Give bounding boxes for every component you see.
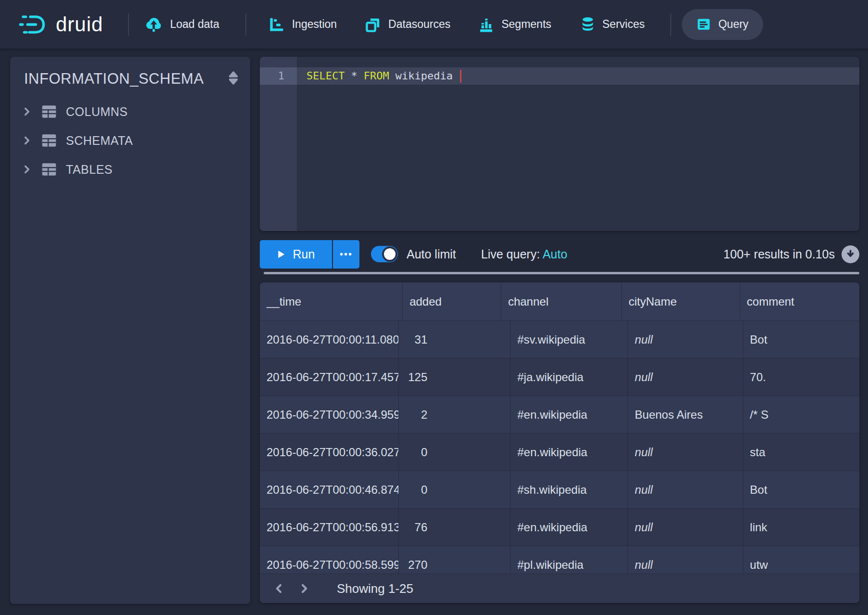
table-cell[interactable]: 125 bbox=[399, 359, 511, 396]
tree-item-label: COLUMNS bbox=[66, 105, 128, 119]
column-header-comment[interactable]: comment bbox=[740, 282, 859, 320]
table-cell[interactable]: null bbox=[628, 471, 743, 509]
nav-item-label: Datasources bbox=[388, 18, 450, 31]
more-dots-icon: ••• bbox=[340, 249, 353, 260]
tree-item-tables[interactable]: TABLES bbox=[10, 155, 250, 184]
table-cell[interactable]: link bbox=[743, 509, 859, 546]
chevron-right-icon[interactable] bbox=[22, 106, 32, 117]
table-row: 2016-06-27T00:00:56.913Z76#en.wikipedian… bbox=[260, 509, 859, 546]
live-query-label[interactable]: Live query: Auto bbox=[481, 247, 567, 261]
table-cell[interactable]: 70. bbox=[743, 359, 859, 396]
table-cell[interactable]: 2 bbox=[399, 396, 511, 434]
cloud-upload-icon bbox=[145, 16, 163, 32]
column-header-time[interactable]: __time bbox=[260, 282, 403, 320]
auto-limit-toggle[interactable] bbox=[371, 246, 398, 262]
table-cell[interactable]: null bbox=[628, 434, 743, 471]
live-query-value[interactable]: Auto bbox=[543, 247, 567, 261]
next-page-button[interactable] bbox=[294, 579, 314, 598]
double-caret-vertical-icon[interactable] bbox=[227, 70, 240, 86]
table-cell[interactable]: null bbox=[628, 321, 743, 359]
play-icon bbox=[277, 250, 285, 259]
table-cell[interactable]: #ja.wikipedia bbox=[511, 359, 628, 396]
table-cell[interactable]: Buenos Aires bbox=[628, 396, 743, 434]
table-icon bbox=[41, 104, 57, 119]
chevron-right-icon[interactable] bbox=[22, 164, 32, 175]
sql-keyword: SELECT bbox=[306, 67, 345, 85]
column-header-added[interactable]: added bbox=[403, 282, 501, 320]
query-toolbar: Run ••• Auto limit Live query: Auto 100+… bbox=[260, 240, 859, 269]
nav-item-query[interactable]: Query bbox=[682, 9, 763, 40]
table-cell[interactable]: 2016-06-27T00:00:36.027Z bbox=[260, 434, 399, 471]
druid-logo-icon bbox=[18, 13, 50, 36]
table-cell[interactable]: 2016-06-27T00:00:56.913Z bbox=[260, 509, 399, 546]
console-icon bbox=[696, 17, 711, 32]
column-header-channel[interactable]: channel bbox=[501, 282, 622, 320]
nav-item-label: Services bbox=[602, 18, 645, 31]
pagination-footer: Showing 1-25 bbox=[260, 574, 859, 603]
tree-item-columns[interactable]: COLUMNS bbox=[10, 97, 250, 126]
nav-item-label: Load data bbox=[170, 18, 219, 31]
table-cell[interactable]: 2016-06-27T00:00:11.080Z bbox=[260, 321, 399, 359]
table-cell[interactable]: 2016-06-27T00:00:46.874Z bbox=[260, 471, 399, 509]
database-icon bbox=[580, 16, 595, 33]
druid-logo[interactable]: druid bbox=[18, 13, 103, 36]
previous-page-button[interactable] bbox=[269, 579, 289, 598]
table-cell[interactable]: #sv.wikipedia bbox=[511, 321, 628, 359]
table-cell[interactable]: /* S bbox=[743, 396, 859, 434]
chevron-right-icon[interactable] bbox=[22, 135, 32, 146]
sql-query-text[interactable]: SELECT*FROMwikipedia bbox=[306, 67, 461, 85]
sql-editor[interactable]: 1 SELECT*FROMwikipedia bbox=[260, 57, 859, 231]
table-cell[interactable]: 2016-06-27T00:00:34.959Z bbox=[260, 396, 399, 434]
table-icon bbox=[41, 162, 57, 177]
nav-item-label: Segments bbox=[501, 18, 551, 31]
table-cell[interactable]: #en.wikipedia bbox=[511, 434, 628, 471]
table-row: 2016-06-27T00:00:36.027Z0#en.wikipedianu… bbox=[260, 434, 859, 471]
table-cell[interactable]: #en.wikipedia bbox=[511, 509, 628, 546]
auto-limit-label: Auto limit bbox=[407, 247, 456, 261]
schema-sidebar: INFORMATION_SCHEMA COLUMNS bbox=[10, 57, 250, 604]
table-row: 2016-06-27T00:00:11.080Z31#sv.wikipedian… bbox=[260, 321, 859, 359]
nav-divider bbox=[128, 13, 129, 36]
nav-item-ingestion[interactable]: Ingestion bbox=[268, 16, 337, 33]
table-header-row: __time added channel cityName comment bbox=[260, 282, 859, 321]
nav-item-datasources[interactable]: Datasources bbox=[365, 16, 450, 33]
nav-item-services[interactable]: Services bbox=[580, 16, 645, 33]
table-cell[interactable]: 76 bbox=[399, 509, 511, 546]
schema-title: INFORMATION_SCHEMA bbox=[24, 70, 204, 88]
showing-range-label: Showing 1-25 bbox=[337, 581, 413, 596]
query-progress-bar bbox=[264, 272, 859, 274]
table-cell[interactable]: 31 bbox=[399, 321, 511, 359]
nav-divider bbox=[245, 13, 246, 36]
table-cell[interactable]: sta bbox=[743, 434, 859, 471]
toggle-knob bbox=[382, 246, 397, 262]
run-more-options-button[interactable]: ••• bbox=[333, 240, 359, 269]
tree-item-label: TABLES bbox=[66, 163, 113, 177]
table-cell[interactable]: null bbox=[628, 509, 743, 546]
table-row: 2016-06-27T00:00:34.959Z2#en.wikipediaBu… bbox=[260, 396, 859, 434]
tree-item-schemata[interactable]: SCHEMATA bbox=[10, 126, 250, 155]
nav-item-segments[interactable]: Segments bbox=[478, 16, 551, 33]
bar-chart-icon bbox=[478, 16, 494, 33]
table-cell[interactable]: Bot bbox=[743, 321, 859, 359]
table-cell[interactable]: #en.wikipedia bbox=[511, 396, 628, 434]
tree-item-label: SCHEMATA bbox=[66, 134, 133, 148]
table-cell[interactable]: null bbox=[628, 359, 743, 396]
table-cell[interactable]: 0 bbox=[399, 471, 511, 509]
nav-item-label: Ingestion bbox=[292, 18, 337, 31]
download-arrow-icon bbox=[845, 249, 856, 260]
table-cell[interactable]: 0 bbox=[399, 434, 511, 471]
sidebar-header: INFORMATION_SCHEMA bbox=[10, 57, 250, 98]
column-header-cityname[interactable]: cityName bbox=[622, 282, 740, 320]
sql-keyword: FROM bbox=[364, 67, 389, 85]
download-results-button[interactable] bbox=[842, 245, 859, 263]
line-number: 1 bbox=[260, 67, 297, 85]
gantt-chart-icon bbox=[268, 16, 285, 33]
table-cell[interactable]: 2016-06-27T00:00:17.457Z bbox=[260, 359, 399, 396]
text-cursor bbox=[460, 70, 461, 83]
run-button-label: Run bbox=[293, 247, 315, 261]
table-cell[interactable]: Bot bbox=[743, 471, 859, 509]
nav-item-load-data[interactable]: Load data bbox=[145, 16, 219, 32]
results-info: 100+ results in 0.10s bbox=[724, 247, 835, 261]
table-cell[interactable]: #sh.wikipedia bbox=[511, 471, 628, 509]
run-button[interactable]: Run bbox=[260, 240, 332, 269]
